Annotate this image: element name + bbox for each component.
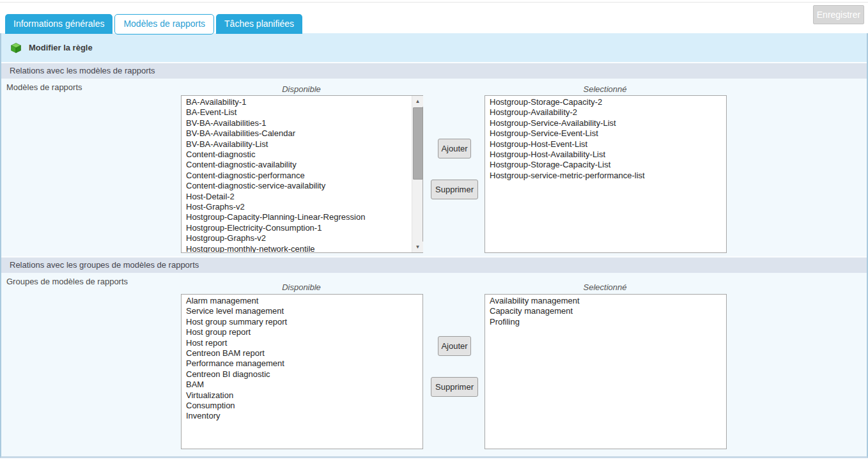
section-header-modeles: Relations avec les modèles de rapports (1, 62, 867, 79)
listbox-selected-groupes[interactable]: Availability managementCapacity manageme… (484, 294, 727, 449)
list-item[interactable]: BV-BA-Availabilities-Calendar (186, 128, 421, 139)
list-item[interactable]: Centreon BAM report (186, 348, 421, 358)
add-button[interactable]: Ajouter (438, 139, 471, 158)
form-container: Modifier la règle Relations avec les mod… (0, 33, 868, 458)
section-body-groupes: Groupes de modèles de rapports Disponibl… (1, 273, 867, 456)
row-label-groupes: Groupes de modèles de rapports (6, 277, 128, 286)
list-item[interactable]: BV-BA-Availability-List (186, 139, 421, 150)
list-item[interactable]: Hostgroup-Service-Event-List (490, 128, 725, 139)
form-title-bar: Modifier la règle (1, 33, 867, 62)
row-label-modeles: Modèles de rapports (6, 82, 82, 92)
list-item[interactable]: Hostgroup-Availability-2 (490, 107, 725, 118)
list-item[interactable]: Hostgroup-Storage-Capacity-List (490, 160, 725, 170)
list-item[interactable]: Host-Graphs-v2 (186, 202, 421, 212)
list-item[interactable]: Host group report (186, 327, 421, 337)
list-item[interactable]: Service level management (186, 306, 421, 316)
list-item[interactable]: Host report (186, 338, 421, 348)
list-item[interactable]: Content-diagnostic-performance (186, 171, 421, 181)
scroll-down-icon[interactable]: ▼ (412, 242, 423, 252)
list-item[interactable]: Performance management (186, 358, 421, 369)
add-button[interactable]: Ajouter (438, 336, 471, 356)
available-caption: Disponible (181, 84, 422, 94)
section-body-modeles: Modèles de rapports Disponible Selection… (1, 79, 867, 256)
list-item[interactable]: Alarm management (186, 296, 421, 306)
list-item[interactable]: Content-diagnostic (186, 150, 421, 160)
tab-informations-generales[interactable]: Informations générales (5, 14, 112, 34)
list-item[interactable]: Hostgroup-Service-Availability-List (490, 118, 725, 128)
listbox-available-groupes[interactable]: Alarm managementService level management… (181, 294, 423, 449)
list-item[interactable]: Virtualization (186, 390, 421, 401)
listbox-available-modeles[interactable]: BA-Availability-1BA-Event-ListBV-BA-Avai… (181, 95, 423, 253)
scrollbar[interactable]: ▲ ▼ (412, 96, 422, 252)
listbox-selected-modeles[interactable]: Hostgroup-Storage-Capacity-2Hostgroup-Av… (484, 95, 727, 253)
list-item[interactable]: Hostgroup-monthly-network-centile (186, 244, 421, 253)
list-item[interactable]: Capacity management (490, 306, 725, 316)
list-item[interactable]: Consumption (186, 401, 421, 411)
list-item[interactable]: BAM (186, 380, 421, 390)
section-header-groupes: Relations avec les groupes de modèles de… (1, 256, 867, 273)
list-item[interactable]: Host-Detail-2 (186, 192, 421, 202)
scroll-thumb[interactable] (413, 107, 423, 180)
cube-icon (10, 42, 22, 54)
remove-button[interactable]: Supprimer (431, 180, 478, 199)
selected-caption: Selectionné (484, 282, 725, 292)
list-item[interactable]: Hostgroup-service-metric-performance-lis… (490, 171, 725, 181)
save-button[interactable]: Enregistrer (813, 5, 864, 24)
available-caption: Disponible (181, 282, 422, 292)
list-item[interactable]: BV-BA-Availabilities-1 (186, 118, 421, 128)
tab-taches-planifiees[interactable]: Tâches planifiées (216, 14, 302, 34)
list-item[interactable]: Availability management (490, 296, 725, 306)
list-item[interactable]: Hostgroup-Electricity-Consumption-1 (186, 223, 421, 233)
list-item[interactable]: BA-Event-List (186, 107, 421, 118)
list-item[interactable]: Centreon BI diagnostic (186, 369, 421, 380)
list-item[interactable]: Profiling (490, 317, 725, 327)
list-item[interactable]: Content-diagnostic-availability (186, 160, 421, 170)
list-item[interactable]: Host group summary report (186, 317, 421, 327)
selected-caption: Selectionné (484, 84, 725, 94)
tab-modeles-de-rapports[interactable]: Modèles de rapports (114, 14, 214, 35)
remove-button[interactable]: Supprimer (431, 377, 478, 397)
list-item[interactable]: Inventory (186, 411, 421, 421)
top-divider (0, 2, 868, 3)
list-item[interactable]: Hostgroup-Capacity-Planning-Linear-Regre… (186, 212, 421, 222)
list-item[interactable]: Hostgroup-Graphs-v2 (186, 233, 421, 243)
page-title: Modifier la règle (29, 43, 93, 52)
list-item[interactable]: Hostgroup-Storage-Capacity-2 (490, 97, 725, 107)
list-item[interactable]: Hostgroup-Host-Availability-List (490, 150, 725, 160)
scroll-up-icon[interactable]: ▲ (412, 96, 423, 107)
list-item[interactable]: Content-diagnostic-service-availability (186, 181, 421, 191)
tab-bar: Informations générales Modèles de rappor… (5, 14, 302, 35)
list-item[interactable]: Hostgroup-Host-Event-List (490, 139, 725, 150)
list-item[interactable]: BA-Availability-1 (186, 97, 421, 107)
